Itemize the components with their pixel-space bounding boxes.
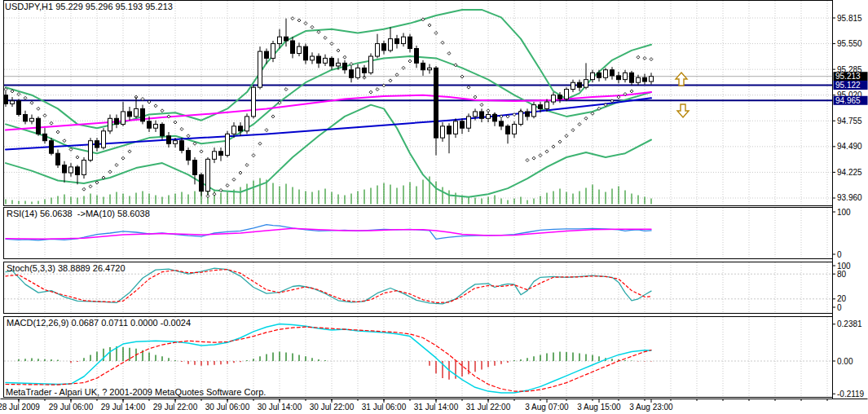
macd-panel [6,324,651,393]
svg-text:94.965: 94.965 [835,96,861,105]
svg-text:0.00: 0.00 [837,357,853,366]
svg-text:93.960: 93.960 [837,193,862,202]
overlay-lines [6,10,651,197]
macd-histogram [19,346,651,380]
candlesticks [4,19,654,196]
rsi-panel [6,225,651,240]
copyright-text: MetaTrader - Alpari UK, ? 2001-2009 Meta… [6,387,266,397]
svg-text:94.225: 94.225 [837,168,862,177]
svg-text:3 Aug 07:00: 3 Aug 07:00 [525,403,569,412]
metatrader-chart-window: USDJPY,H1 95.229 95.296 95.193 95.213 RS… [0,0,868,414]
horizontal-gridlines [4,18,832,361]
main-price-panel [4,10,833,205]
svg-text:29 Jul 14:00: 29 Jul 14:00 [101,403,146,412]
svg-text:29 Jul 06:00: 29 Jul 06:00 [49,403,94,412]
svg-text:31 Jul 22:00: 31 Jul 22:00 [466,403,511,412]
rsi-indicator-label: RSI(14) 56.0638 ->MA(10) 58.6038 [7,209,150,218]
chart-canvas[interactable]: 95.81595.55095.28595.02094.75594.49094.2… [0,0,868,414]
svg-text:28 Jul 2009: 28 Jul 2009 [0,403,40,412]
svg-text:95.122: 95.122 [835,81,861,90]
svg-text:0.2381: 0.2381 [837,319,862,328]
volume-histogram [6,177,651,205]
time-axis: 28 Jul 200929 Jul 06:0029 Jul 14:0029 Ju… [0,399,827,412]
svg-text:95.550: 95.550 [837,39,862,48]
svg-text:30 Jul 22:00: 30 Jul 22:00 [310,403,355,412]
ohlc-title: USDJPY,H1 95.229 95.296 95.193 95.213 [5,2,173,11]
svg-text:80: 80 [837,270,847,279]
down-arrow-icon [677,104,689,117]
svg-text:31 Jul 06:00: 31 Jul 06:00 [362,403,407,412]
panel-borders [1,1,868,399]
svg-text:0: 0 [837,250,842,259]
svg-text:100: 100 [837,208,851,217]
parabolic-sar-dots [4,17,653,198]
svg-text:95.213: 95.213 [835,72,861,81]
svg-text:31 Jul 14:00: 31 Jul 14:00 [414,403,459,412]
svg-text:30 Jul 06:00: 30 Jul 06:00 [205,403,250,412]
svg-text:29 Jul 22:00: 29 Jul 22:00 [153,403,198,412]
svg-text:0: 0 [837,303,842,312]
svg-text:-0.2119: -0.2119 [837,390,865,399]
stoch-indicator-label: Stoch(5,3,3) 38.8889 26.4720 [7,263,126,273]
up-arrow-icon [676,73,687,86]
svg-text:3 Aug 23:00: 3 Aug 23:00 [629,403,673,412]
svg-text:95.815: 95.815 [837,14,862,23]
svg-text:94.490: 94.490 [837,142,862,151]
price-tags: 95.21395.12294.965 [834,72,868,105]
svg-text:3 Aug 15:00: 3 Aug 15:00 [577,403,621,412]
svg-text:30 Jul 14:00: 30 Jul 14:00 [258,403,302,412]
macd-indicator-label: MACD(12,26,9) 0.0687 0.0711 0.0000 -0.00… [7,318,191,328]
svg-text:94.755: 94.755 [837,117,862,126]
